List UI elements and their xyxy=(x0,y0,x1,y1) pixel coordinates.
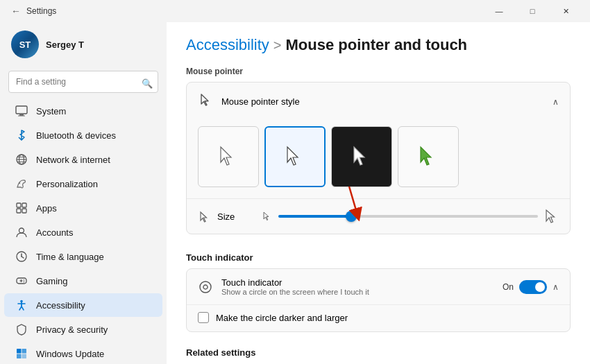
sidebar-item-accounts[interactable]: Accounts xyxy=(4,220,162,244)
pointer-style-selected[interactable] xyxy=(264,126,326,187)
touch-indicator-card: Touch indicator Show a circle on the scr… xyxy=(186,268,571,332)
svg-line-27 xyxy=(22,306,24,310)
sidebar: ST Sergey T 🔍 System Bluetooth & devices xyxy=(0,22,167,364)
svg-rect-30 xyxy=(17,354,22,359)
svg-rect-28 xyxy=(17,349,22,354)
sidebar-item-label-privacy: Privacy & security xyxy=(36,324,108,335)
pointer-style-label: Mouse pointer style xyxy=(221,96,300,107)
related-settings-label: Related settings xyxy=(186,340,571,358)
breadcrumb-current: Mouse pointer and touch xyxy=(286,36,468,54)
pointer-style-icon xyxy=(198,92,213,111)
mouse-section-label: Mouse pointer xyxy=(186,67,571,76)
sidebar-item-time[interactable]: Time & language xyxy=(4,245,162,268)
sidebar-item-gaming[interactable]: Gaming xyxy=(4,269,162,293)
back-button[interactable]: ← xyxy=(11,6,21,17)
size-small-cursor-icon xyxy=(262,211,273,222)
pointer-style-custom[interactable] xyxy=(398,126,459,187)
breadcrumb-separator: > xyxy=(273,37,282,53)
size-large-cursor-icon xyxy=(543,209,559,224)
sidebar-item-label-apps: Apps xyxy=(36,203,57,214)
svg-line-26 xyxy=(19,306,22,310)
search-icon: 🔍 xyxy=(142,78,153,89)
user-profile[interactable]: ST Sergey T xyxy=(0,22,167,68)
svg-rect-10 xyxy=(17,203,21,207)
nav-list: System Bluetooth & devices Network & int… xyxy=(0,98,167,364)
touch-toggle[interactable] xyxy=(519,280,547,294)
svg-line-17 xyxy=(22,257,24,258)
sidebar-item-label-bluetooth: Bluetooth & devices xyxy=(36,130,116,141)
touch-indicator-chevron[interactable]: ∧ xyxy=(553,282,559,292)
sidebar-item-label-personalization: Personalization xyxy=(36,179,98,189)
sidebar-item-label-accounts: Accounts xyxy=(36,227,73,238)
apps-icon xyxy=(15,202,28,214)
sidebar-item-network[interactable]: Network & internet xyxy=(4,148,162,171)
pointer-style-card-header: Mouse pointer style ∧ xyxy=(187,83,570,121)
touch-indicator-row: Touch indicator Show a circle on the scr… xyxy=(187,269,570,304)
sidebar-item-personalization[interactable]: Personalization xyxy=(4,172,162,196)
sidebar-item-label-system: System xyxy=(36,106,66,116)
pointer-styles-grid xyxy=(187,121,570,198)
svg-rect-2 xyxy=(18,116,25,116)
sidebar-item-privacy[interactable]: Privacy & security xyxy=(4,318,162,341)
size-row: Size xyxy=(187,198,570,234)
gaming-icon xyxy=(15,275,28,287)
pointer-style-dark[interactable] xyxy=(331,126,392,187)
svg-point-34 xyxy=(203,285,208,289)
size-label: Size xyxy=(217,211,235,222)
network-icon xyxy=(15,153,28,166)
app-title: Settings xyxy=(26,6,56,16)
svg-rect-11 xyxy=(22,203,26,207)
touch-indicator-desc: Show a circle on the screen where I touc… xyxy=(221,288,369,296)
svg-point-33 xyxy=(200,281,211,293)
search-input[interactable] xyxy=(8,71,158,93)
size-slider-thumb[interactable] xyxy=(346,211,357,222)
svg-rect-29 xyxy=(22,349,27,354)
svg-point-14 xyxy=(19,228,24,233)
toggle-status-label: On xyxy=(503,282,514,292)
touch-indicator-title: Touch indicator xyxy=(221,277,369,288)
system-icon xyxy=(15,105,28,117)
svg-point-9 xyxy=(19,182,20,184)
darker-circle-checkbox[interactable] xyxy=(198,312,209,323)
sidebar-item-label-time: Time & language xyxy=(36,252,104,262)
pointer-style-default[interactable] xyxy=(198,126,259,187)
touch-section-label: Touch indicator xyxy=(186,243,571,268)
svg-rect-1 xyxy=(19,114,24,116)
maximize-button[interactable]: □ xyxy=(516,0,548,22)
svg-point-22 xyxy=(24,281,25,283)
time-icon xyxy=(15,250,28,263)
page-title: Accessibility > Mouse pointer and touch xyxy=(186,36,571,54)
svg-rect-31 xyxy=(22,354,27,359)
sidebar-item-label-network: Network & internet xyxy=(36,155,110,165)
toggle-knob xyxy=(535,282,545,292)
content-area: Accessibility > Mouse pointer and touch … xyxy=(167,22,590,364)
size-slider-area xyxy=(262,209,559,224)
close-button[interactable]: ✕ xyxy=(550,0,582,22)
sidebar-item-accessibility[interactable]: Accessibility xyxy=(4,293,162,317)
search-container: 🔍 xyxy=(0,68,167,98)
svg-rect-12 xyxy=(17,209,21,213)
svg-point-21 xyxy=(24,279,25,281)
svg-rect-0 xyxy=(16,106,27,114)
svg-rect-13 xyxy=(22,209,26,213)
checkbox-row: Make the circle darker and larger xyxy=(187,304,570,331)
sidebar-item-system[interactable]: System xyxy=(4,99,162,123)
size-slider-track-wrap xyxy=(278,215,538,218)
avatar: ST xyxy=(11,31,39,58)
pointer-style-card: Mouse pointer style ∧ xyxy=(186,82,571,234)
minimize-button[interactable]: — xyxy=(483,0,515,22)
sidebar-item-label-update: Windows Update xyxy=(36,349,104,359)
breadcrumb-parent[interactable]: Accessibility xyxy=(186,36,269,54)
window-controls: — □ ✕ xyxy=(483,0,582,22)
sidebar-item-label-accessibility: Accessibility xyxy=(36,300,85,311)
touch-indicator-icon xyxy=(198,279,213,295)
sidebar-item-windows-update[interactable]: Windows Update xyxy=(4,342,162,364)
accounts-icon xyxy=(15,226,28,239)
windows-update-icon xyxy=(15,347,28,360)
sidebar-item-apps[interactable]: Apps xyxy=(4,196,162,220)
user-name: Sergey T xyxy=(46,40,84,50)
accessibility-icon xyxy=(15,299,28,311)
pointer-style-chevron[interactable]: ∧ xyxy=(553,97,559,107)
sidebar-item-bluetooth[interactable]: Bluetooth & devices xyxy=(4,123,162,147)
size-slider-track xyxy=(278,215,538,218)
